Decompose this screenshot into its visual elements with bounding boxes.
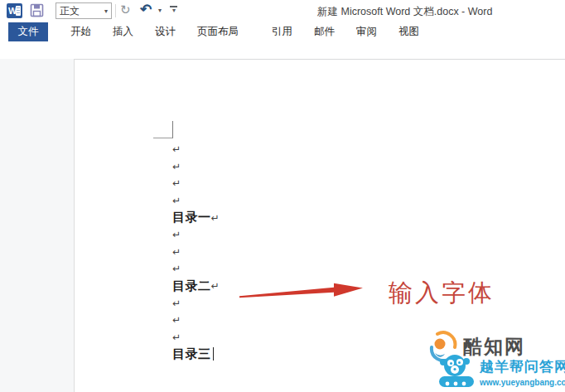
watermark-yueyangbang-label: 越羊帮问答网: [480, 357, 565, 376]
tab-mailings[interactable]: 邮件: [303, 22, 345, 41]
save-button[interactable]: [30, 3, 44, 17]
heading-line[interactable]: 目录二 ↵: [172, 278, 220, 295]
paragraph-mark-line[interactable]: ↵: [172, 192, 220, 210]
undo-button[interactable]: ↶: [140, 1, 152, 18]
title-bar: W 正文 ▾ ↻ ↶ ▾ ▾ 新建 Microsoft Word 文档.docx…: [0, 0, 565, 22]
tab-file[interactable]: 文件: [8, 22, 48, 41]
paragraph-mark-line[interactable]: ↵: [172, 329, 220, 346]
paragraph-mark: ↵: [172, 144, 181, 154]
paragraph-mark-line[interactable]: ↵: [172, 260, 220, 278]
paragraph-mark: ↵: [172, 298, 181, 308]
tab-design[interactable]: 设计: [144, 22, 186, 41]
paragraph-mark-line[interactable]: ↵: [172, 294, 220, 312]
heading-text: 目录二: [172, 278, 211, 294]
tab-page-layout[interactable]: 页面布局: [186, 22, 249, 41]
toolbar-separator: [115, 4, 116, 17]
redo-button[interactable]: ↻: [120, 2, 131, 17]
paragraph-mark: ↵: [172, 264, 181, 273]
paragraph-mark: ↵: [211, 281, 220, 291]
paragraph-mark-line[interactable]: ↵: [172, 312, 220, 329]
heading-text: 目录三: [172, 346, 211, 362]
paragraph-mark: ↵: [172, 315, 181, 325]
ribbon-tab-row: 文件 开始 插入 设计 页面布局 引用 邮件 审阅 视图: [0, 22, 565, 41]
word-window: W 正文 ▾ ↻ ↶ ▾ ▾ 新建 Microsoft Word 文档.docx…: [0, 0, 565, 392]
watermark-yueyangbang-url: www.yueyangbang.com: [480, 378, 565, 387]
paragraph-mark: ↵: [172, 178, 181, 188]
tab-view[interactable]: 视图: [388, 22, 430, 41]
paragraph-mark: ↵: [172, 247, 181, 257]
chevron-down-icon: ▾: [104, 7, 108, 15]
window-title: 新建 Microsoft Word 文档.docx - Word: [317, 5, 492, 19]
tab-review[interactable]: 审阅: [345, 22, 388, 41]
paragraph-mark: ↵: [172, 332, 181, 342]
undo-dropdown-chevron-icon[interactable]: ▾: [158, 7, 162, 14]
collapsed-ribbon-area: [0, 41, 565, 59]
margin-corner-mark: [153, 121, 173, 138]
paragraph-mark: ↵: [172, 196, 181, 206]
heading-text: 目录一: [172, 210, 211, 225]
paragraph-mark-line[interactable]: ↵: [172, 158, 220, 176]
paragraph-mark: ↵: [211, 213, 220, 223]
paragraph-mark-line[interactable]: ↵: [172, 175, 220, 192]
style-combobox-value: 正文: [60, 4, 104, 18]
tab-home[interactable]: 开始: [60, 22, 102, 41]
word-app-icon[interactable]: W: [7, 3, 22, 18]
paragraph-mark-line[interactable]: ↵: [172, 244, 220, 261]
document-text: ↵ ↵ ↵ ↵ 目录一 ↵ ↵ ↵ ↵ 目录二 ↵ ↵ ↵ ↵ 目录三: [172, 141, 220, 363]
paragraph-mark-line[interactable]: ↵: [172, 141, 220, 158]
tab-references[interactable]: 引用: [261, 22, 303, 41]
style-combobox[interactable]: 正文 ▾: [56, 2, 112, 19]
yueyangbang-logo-icon: [437, 352, 476, 390]
tab-insert[interactable]: 插入: [102, 22, 144, 41]
annotation-text: 输入字体: [389, 277, 495, 310]
paragraph-mark-line[interactable]: ↵: [172, 226, 220, 244]
heading-line[interactable]: 目录三: [172, 346, 220, 363]
text-cursor: [213, 347, 214, 361]
heading-line[interactable]: 目录一 ↵: [172, 209, 220, 226]
paragraph-mark: ↵: [172, 162, 181, 172]
watermark-yueyangbang: 越羊帮问答网 www.yueyangbang.com: [437, 352, 565, 390]
paragraph-mark: ↵: [172, 230, 181, 240]
chevron-down-icon: ▾: [170, 7, 178, 14]
customize-qat-button[interactable]: ▾: [170, 6, 178, 14]
